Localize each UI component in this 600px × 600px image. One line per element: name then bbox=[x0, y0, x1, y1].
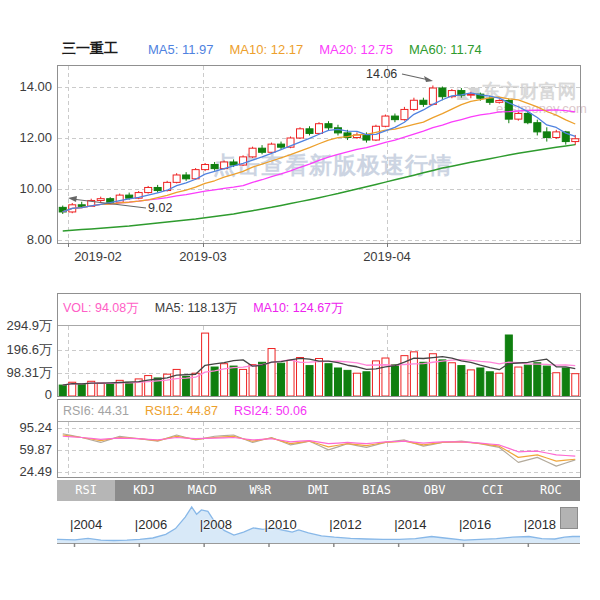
tab-wr[interactable]: W%R bbox=[231, 480, 289, 501]
navigator-year-2010[interactable]: |2010 bbox=[264, 517, 296, 532]
volume-y-tick: 98.31万 bbox=[4, 366, 52, 380]
rsi-y-tick: 95.24 bbox=[4, 421, 52, 435]
navigator-year-2016[interactable]: |2016 bbox=[459, 517, 491, 532]
vol-ma10-label: MA10: 124.67万 bbox=[253, 300, 343, 317]
volume-y-tick: 196.6万 bbox=[4, 343, 52, 357]
tab-kdj[interactable]: KDJ bbox=[115, 480, 173, 501]
tab-cci[interactable]: CCI bbox=[464, 480, 522, 501]
navigator-year-2012[interactable]: |2012 bbox=[329, 517, 361, 532]
navigator-year-2008[interactable]: |2008 bbox=[200, 517, 232, 532]
ma-indicator-labels: MA5: 11.97MA10: 12.17MA20: 12.75MA60: 11… bbox=[148, 42, 498, 57]
rsi6-label: RSI6: 44.31 bbox=[63, 404, 129, 418]
ma20-label: MA20: 12.75 bbox=[319, 42, 393, 57]
eastmoney-logo-text: 东方财富网 bbox=[482, 81, 577, 102]
rsi-header: RSI6: 44.31RSI12: 44.87RSI24: 50.06 bbox=[63, 404, 323, 418]
period-high-annotation: 14.06 bbox=[366, 67, 397, 81]
volume-y-tick: 294.9万 bbox=[4, 319, 52, 333]
navigator-year-2018[interactable]: |2018 bbox=[524, 517, 556, 532]
navigator-year-2006[interactable]: |2006 bbox=[135, 517, 167, 532]
period-low-annotation: 9.02 bbox=[148, 201, 172, 215]
eastmoney-stock-chart-page: 点击查看新版极速行情 ◣◥东方财富网 eastmoney.com 三一重工 MA… bbox=[0, 0, 600, 600]
navigator-year-2004[interactable]: |2004 bbox=[70, 517, 102, 532]
navigator-handle[interactable] bbox=[560, 507, 578, 529]
main-x-tick: 2019-04 bbox=[355, 250, 419, 264]
rsi24-label: RSI24: 50.06 bbox=[234, 404, 307, 418]
main-y-tick: 14.00 bbox=[4, 80, 52, 94]
tab-dmi[interactable]: DMI bbox=[289, 480, 347, 501]
eastmoney-domain-watermark: eastmoney.com bbox=[496, 101, 587, 116]
main-chart-header: 三一重工 MA5: 11.97MA10: 12.17MA20: 12.75MA6… bbox=[62, 40, 514, 58]
volume-header: VOL: 94.08万MA5: 118.13万MA10: 124.67万 bbox=[63, 300, 360, 317]
rsi-y-tick: 59.87 bbox=[4, 443, 52, 457]
eastmoney-logo-icon: ◣◥ bbox=[457, 84, 478, 101]
vol-ma5-label: MA5: 118.13万 bbox=[155, 300, 237, 317]
center-watermark-text: 点击查看新版极速行情 bbox=[213, 150, 453, 181]
tab-macd[interactable]: MACD bbox=[173, 480, 231, 501]
main-x-tick: 2019-02 bbox=[66, 250, 130, 264]
rsi-y-tick: 24.49 bbox=[4, 465, 52, 479]
tab-roc[interactable]: ROC bbox=[522, 480, 580, 501]
ma5-label: MA5: 11.97 bbox=[148, 42, 214, 57]
main-x-tick: 2019-03 bbox=[171, 250, 235, 264]
tab-bias[interactable]: BIAS bbox=[348, 480, 406, 501]
eastmoney-logo-watermark: ◣◥东方财富网 bbox=[457, 79, 577, 105]
ma60-label: MA60: 11.74 bbox=[409, 42, 482, 57]
vol-label: VOL: 94.08万 bbox=[63, 300, 139, 317]
indicator-tab-bar: RSIKDJMACDW%RDMIBIASOBVCCIROC bbox=[57, 480, 580, 501]
tab-obv[interactable]: OBV bbox=[406, 480, 464, 501]
main-y-tick: 10.00 bbox=[4, 182, 52, 196]
stock-name: 三一重工 bbox=[62, 40, 118, 58]
tab-rsi[interactable]: RSI bbox=[57, 480, 115, 501]
volume-y-tick: 0 bbox=[4, 388, 52, 402]
main-y-tick: 12.00 bbox=[4, 131, 52, 145]
rsi12-label: RSI12: 44.87 bbox=[145, 404, 218, 418]
main-y-tick: 8.00 bbox=[4, 233, 52, 247]
navigator-year-2014[interactable]: |2014 bbox=[394, 517, 426, 532]
ma10-label: MA10: 12.17 bbox=[230, 42, 304, 57]
